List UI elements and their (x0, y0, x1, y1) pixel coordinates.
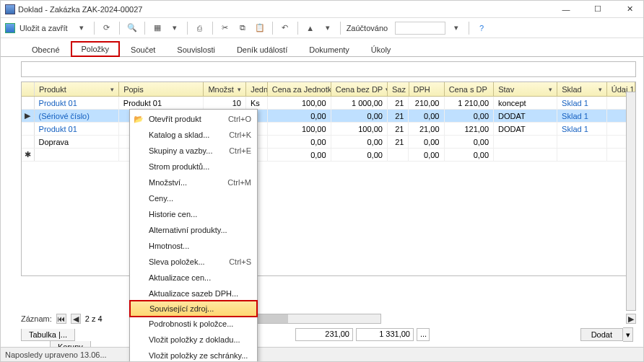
cell-cena-s-dph[interactable]: 0,00 (445, 149, 495, 161)
context-menu-item[interactable]: Skupiny a vazby...Ctrl+E (130, 143, 257, 159)
tab-soucet[interactable]: Součet (120, 42, 166, 57)
minimize-button[interactable]: — (557, 3, 575, 16)
cell-cena-jednotku[interactable]: 0,00 (268, 149, 331, 161)
nav-first-button[interactable]: ⏮ (56, 314, 66, 324)
cell-mnozstvi[interactable]: 10 (204, 97, 246, 109)
save-and-close-button[interactable]: Uložit a zavřít (19, 24, 68, 32)
cell-cena-jednotku[interactable]: 0,00 (268, 136, 331, 148)
cell-cena-bez-dph[interactable]: 1 000,00 (331, 97, 388, 109)
col-cena-bez-dph[interactable]: Cena bez DP▾ (331, 82, 388, 96)
table-row[interactable]: Produkt 01Produkt 0110Ks100,001 000,0021… (22, 97, 635, 110)
cell-sazba[interactable]: 21 (388, 136, 409, 148)
cell-cena-s-dph[interactable]: 1 210,00 (445, 97, 495, 109)
vertical-scrollbar[interactable] (626, 92, 636, 311)
col-sazba[interactable]: Saz (388, 82, 409, 96)
context-menu-item[interactable]: Podrobnosti k položce... (130, 316, 257, 332)
paste-icon[interactable]: 📋 (253, 22, 266, 35)
close-button[interactable]: ✕ (620, 3, 639, 16)
cell-cena-jednotku[interactable]: 100,00 (268, 97, 331, 109)
tab-dokumenty[interactable]: Dokumenty (298, 42, 360, 57)
dodat-dropdown-icon[interactable]: ▾ (623, 327, 633, 342)
context-menu-item[interactable]: Související zdroj... (130, 301, 257, 317)
cell-sklad[interactable] (557, 149, 607, 161)
cell-dph[interactable]: 21,00 (409, 123, 444, 135)
context-menu-item[interactable]: Strom produktů... (130, 159, 257, 175)
new-icon[interactable]: ▦ (151, 22, 164, 35)
help-icon[interactable]: ? (475, 22, 488, 35)
context-menu-item[interactable]: Aktualizace sazeb DPH... (130, 286, 257, 301)
dropdown-new-icon[interactable]: ▾ (168, 22, 181, 35)
print-icon[interactable]: ⎙ (193, 22, 206, 35)
cell-produkt[interactable]: (Sériové číslo) (35, 110, 119, 122)
cell-sazba[interactable]: 21 (388, 123, 409, 135)
cell-sklad[interactable]: Sklad 1 (557, 97, 607, 109)
cell-produkt[interactable] (35, 149, 119, 161)
context-menu-item[interactable]: Hmotnost... (130, 238, 257, 254)
totals-more-button[interactable]: ... (417, 328, 430, 341)
context-menu-item[interactable]: 📂Otevřít produktCtrl+O (130, 111, 257, 127)
cell-produkt[interactable]: Produkt 01 (35, 97, 119, 109)
context-menu-item[interactable]: Aktualizace cen... (130, 270, 257, 286)
context-menu-item[interactable]: Vložit položky ze schránky... (130, 348, 257, 362)
col-cena-s-dph[interactable]: Cena s DP (445, 82, 495, 96)
col-stav[interactable]: Stav▾ (494, 82, 557, 96)
cell-cena-jednotku[interactable]: 100,00 (268, 123, 331, 135)
table-row[interactable]: Doprava0,000,00210,000,00 (22, 136, 635, 149)
nav-prev-button[interactable]: ◀ (71, 314, 81, 324)
cell-cena-bez-dph[interactable]: 0,00 (331, 110, 388, 122)
cell-cena-bez-dph[interactable]: 0,00 (331, 149, 388, 161)
cell-sazba[interactable]: 21 (388, 97, 409, 109)
cell-cena-s-dph[interactable]: 121,00 (445, 123, 495, 135)
cell-stav[interactable] (494, 136, 557, 148)
col-jedn[interactable]: Jedn (246, 82, 268, 96)
cell-jedn[interactable]: Ks (246, 97, 268, 109)
horizontal-scrollbar[interactable] (237, 314, 381, 324)
dodat-button[interactable]: Dodat (580, 328, 623, 341)
maximize-button[interactable]: ☐ (588, 3, 607, 16)
cell-sazba[interactable]: 21 (388, 110, 409, 122)
context-menu-item[interactable]: Katalog a sklad...Ctrl+K (130, 127, 257, 143)
cell-dph[interactable]: 0,00 (409, 136, 444, 148)
bottom-tab-tabulka[interactable]: Tabulka |... (21, 329, 75, 341)
cell-stav[interactable]: DODAT (494, 110, 557, 122)
context-menu-item[interactable]: Sleva položek...Ctrl+S (130, 254, 257, 270)
cell-cena-s-dph[interactable]: 0,00 (445, 136, 495, 148)
col-sklad[interactable]: Sklad▾ (557, 82, 607, 96)
cell-sklad[interactable]: Sklad 1 (557, 123, 607, 135)
cut-icon[interactable]: ✂ (219, 22, 232, 35)
cell-produkt[interactable]: Doprava (35, 136, 119, 148)
context-menu-item[interactable]: Historie cen... (130, 206, 257, 222)
context-menu-item[interactable]: Alternativní produkty... (130, 222, 257, 238)
tab-denik[interactable]: Deník událostí (226, 42, 298, 57)
cell-sklad[interactable]: Sklad 1 (557, 110, 607, 122)
cell-dph[interactable]: 210,00 (409, 97, 444, 109)
cell-popis[interactable]: Produkt 01 (119, 97, 204, 109)
col-cena-jednotku[interactable]: Cena za Jednotku (268, 82, 331, 96)
context-menu-item[interactable]: Množství...Ctrl+M (130, 175, 257, 190)
flag-dropdown-icon[interactable]: ▾ (321, 22, 334, 35)
undo-icon[interactable]: ↶ (279, 22, 292, 35)
posted-dropdown-icon[interactable]: ▾ (450, 22, 463, 35)
cell-cena-bez-dph[interactable]: 100,00 (331, 123, 388, 135)
cell-stav[interactable]: DODAT (494, 123, 557, 135)
posted-dropdown[interactable] (395, 22, 445, 35)
context-menu-item[interactable]: Ceny... (130, 190, 257, 206)
cell-stav[interactable] (494, 149, 557, 161)
col-dph[interactable]: DPH (409, 82, 445, 96)
refresh-icon[interactable]: ⟳ (100, 22, 113, 35)
cell-stav[interactable]: koncept (494, 97, 557, 109)
flag-icon[interactable]: ▲ (304, 22, 317, 35)
table-row[interactable]: ▶(Sériové číslo)0,000,00210,000,00DODATS… (22, 110, 635, 123)
tab-polozky[interactable]: Položky (71, 41, 121, 57)
cell-cena-jednotku[interactable]: 0,00 (268, 110, 331, 122)
col-produkt[interactable]: Produkt▾ (35, 82, 119, 96)
tab-obecne[interactable]: Obecné (21, 42, 71, 57)
tab-ukoly[interactable]: Úkoly (360, 42, 402, 57)
cell-produkt[interactable]: Produkt 01 (35, 123, 119, 135)
col-mnozstvi[interactable]: Množst▾ (204, 82, 246, 96)
table-row[interactable]: Produkt 01100,00100,002121,00121,00DODAT… (22, 123, 635, 136)
search-icon[interactable]: 🔍 (126, 22, 139, 35)
dropdown-save-icon[interactable]: ▾ (75, 22, 88, 35)
cell-dph[interactable]: 0,00 (409, 149, 444, 161)
cell-sazba[interactable] (388, 149, 409, 161)
